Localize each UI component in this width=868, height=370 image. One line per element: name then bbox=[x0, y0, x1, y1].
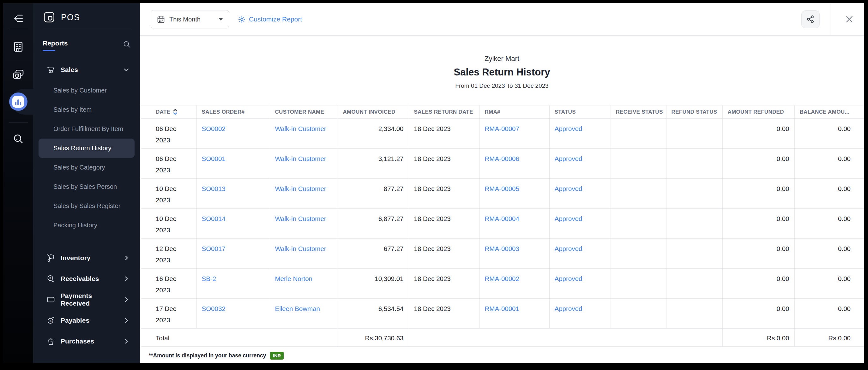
base-currency-note: **Amount is displayed in your base curre… bbox=[149, 352, 266, 359]
rma-link[interactable]: RMA-00004 bbox=[485, 215, 519, 222]
sidebar-section-label: Inventory bbox=[61, 254, 91, 262]
total-amount-refunded: Rs.0.00 bbox=[722, 329, 795, 347]
table-cell: RMA-00004 bbox=[479, 209, 549, 239]
sidebar-section-payments-received[interactable]: Payments Received bbox=[38, 289, 134, 310]
sidebar-menu: Sales Sales by Customer Sales by Item Or… bbox=[33, 63, 140, 363]
sales-order-link[interactable]: SO0017 bbox=[202, 245, 225, 252]
sales-order-link[interactable]: SO0001 bbox=[202, 155, 225, 162]
sidebar-group-label: Sales bbox=[61, 66, 78, 73]
sales-order-link[interactable]: SO0013 bbox=[202, 185, 225, 192]
status-text: Approved bbox=[549, 299, 611, 329]
sales-order-link[interactable]: SO0002 bbox=[202, 125, 225, 132]
customer-link[interactable]: Walk-in Customer bbox=[275, 125, 326, 132]
customer-link[interactable]: Walk-in Customer bbox=[275, 215, 326, 222]
cell-receive-status bbox=[611, 299, 666, 329]
report-table: DATE SALES ORDER# CUSTOMER NAME AMOUNT I… bbox=[141, 105, 864, 347]
sidebar-section-payables[interactable]: $ Payables bbox=[38, 310, 134, 331]
cell-date: 10 Dec 2023 bbox=[141, 209, 196, 239]
rma-link[interactable]: RMA-00003 bbox=[485, 245, 519, 252]
status-text: Approved bbox=[549, 269, 611, 299]
rma-link[interactable]: RMA-00005 bbox=[485, 185, 519, 192]
rma-link[interactable]: RMA-00002 bbox=[485, 275, 519, 282]
close-button[interactable] bbox=[842, 12, 856, 26]
rma-link[interactable]: RMA-00006 bbox=[485, 155, 519, 162]
table-cell: Walk-in Customer bbox=[270, 119, 338, 149]
chevron-right-icon bbox=[123, 296, 130, 303]
cell-sales-return-date: 18 Dec 2023 bbox=[409, 269, 479, 299]
sales-subitems: Sales by Customer Sales by Item Order Fu… bbox=[38, 81, 134, 235]
reports-icon[interactable] bbox=[9, 93, 28, 111]
rma-link[interactable]: RMA-00007 bbox=[485, 125, 519, 132]
cell-date: 16 Dec 2023 bbox=[141, 269, 196, 299]
sidebar-item-sales-by-sales-register[interactable]: Sales by Sales Register bbox=[38, 196, 134, 215]
sidebar-item-sales-by-category[interactable]: Sales by Category bbox=[38, 158, 134, 177]
chevron-right-icon bbox=[123, 275, 130, 282]
customize-report-link[interactable]: Customize Report bbox=[238, 15, 302, 23]
app-logo-row: POS bbox=[43, 11, 132, 30]
table-cell: Walk-in Customer bbox=[270, 179, 338, 209]
payments-icon[interactable] bbox=[10, 67, 26, 82]
table-row: 17 Dec 2023SO0032Eileen Bowman6,534.5418… bbox=[141, 299, 864, 329]
date-range-filter[interactable]: This Month bbox=[151, 10, 229, 28]
rail-divider bbox=[9, 30, 28, 30]
sidebar-item-packing-history[interactable]: Packing History bbox=[38, 215, 134, 235]
sidebar-section-label: Receivables bbox=[61, 275, 99, 282]
column-header-status: STATUS bbox=[549, 105, 611, 119]
sidebar-group-sales[interactable]: Sales bbox=[38, 63, 134, 77]
sidebar-section-receivables[interactable]: $ Receivables bbox=[38, 268, 134, 289]
topbar: This Month Customize Report bbox=[140, 3, 864, 36]
icon-rail bbox=[3, 3, 33, 363]
sales-order-link[interactable]: SO0032 bbox=[202, 305, 225, 312]
column-header-sales-order: SALES ORDER# bbox=[196, 105, 270, 119]
svg-text:$: $ bbox=[50, 319, 52, 323]
customize-report-label: Customize Report bbox=[249, 15, 302, 23]
app-title: POS bbox=[61, 13, 80, 23]
customer-link[interactable]: Merle Norton bbox=[275, 275, 313, 282]
company-icon[interactable] bbox=[10, 39, 26, 55]
nav-title: Reports bbox=[43, 39, 68, 51]
sidebar-item-sales-by-item[interactable]: Sales by Item bbox=[38, 100, 134, 119]
column-header-date[interactable]: DATE bbox=[141, 105, 196, 119]
status-text: Approved bbox=[549, 149, 611, 179]
customer-link[interactable]: Walk-in Customer bbox=[275, 245, 326, 252]
sales-order-link[interactable]: SB-2 bbox=[202, 275, 216, 282]
cell-date: 17 Dec 2023 bbox=[141, 299, 196, 329]
sidebar-item-order-fulfillment-by-item[interactable]: Order Fulfillment By Item bbox=[38, 119, 134, 139]
cell-amount-invoiced: 877.27 bbox=[338, 179, 409, 209]
sidebar-search-icon[interactable] bbox=[123, 40, 131, 48]
table-row: 06 Dec 2023SO0001Walk-in Customer3,121.2… bbox=[141, 149, 864, 179]
cell-refund-status bbox=[666, 149, 722, 179]
global-search-icon[interactable] bbox=[10, 132, 26, 146]
collapse-sidebar-icon[interactable] bbox=[10, 11, 26, 25]
table-row: 10 Dec 2023SO0014Walk-in Customer6,877.2… bbox=[141, 209, 864, 239]
sidebar-section-inventory[interactable]: Inventory bbox=[38, 247, 134, 268]
column-header-customer-name: CUSTOMER NAME bbox=[270, 105, 338, 119]
table-cell: SO0032 bbox=[196, 299, 270, 329]
sidebar-item-sales-by-sales-person[interactable]: Sales by Sales Person bbox=[38, 177, 134, 196]
customer-link[interactable]: Walk-in Customer bbox=[275, 185, 326, 192]
gear-icon bbox=[238, 15, 246, 23]
table-row: 16 Dec 2023SB-2Merle Norton10,309.0118 D… bbox=[141, 269, 864, 299]
share-button[interactable] bbox=[801, 10, 820, 28]
table-cell: RMA-00002 bbox=[479, 269, 549, 299]
sales-order-link[interactable]: SO0014 bbox=[202, 215, 225, 222]
sidebar-item-sales-by-customer[interactable]: Sales by Customer bbox=[38, 81, 134, 100]
total-row: Total Rs.30,730.63 Rs.0.00 Rs.0.00 bbox=[141, 329, 864, 347]
table-cell: Walk-in Customer bbox=[270, 239, 338, 269]
table-cell: SO0014 bbox=[196, 209, 270, 239]
currency-badge: INR bbox=[270, 352, 284, 360]
cell-amount-invoiced: 3,121.27 bbox=[338, 149, 409, 179]
cell-refund-status bbox=[666, 239, 722, 269]
cell-amount-invoiced: 6,877.27 bbox=[338, 209, 409, 239]
cell-balance-amount: 0.00 bbox=[795, 209, 864, 239]
column-header-rma: RMA# bbox=[479, 105, 549, 119]
cell-balance-amount: 0.00 bbox=[795, 149, 864, 179]
customer-link[interactable]: Walk-in Customer bbox=[275, 155, 326, 162]
status-text: Approved bbox=[549, 119, 611, 149]
report-footer: **Amount is displayed in your base curre… bbox=[149, 352, 864, 360]
sidebar-item-sales-return-history[interactable]: Sales Return History bbox=[38, 139, 134, 158]
sidebar-section-purchases[interactable]: Purchases bbox=[38, 331, 134, 352]
rma-link[interactable]: RMA-00001 bbox=[485, 305, 519, 312]
table-cell: SB-2 bbox=[196, 269, 270, 299]
customer-link[interactable]: Eileen Bowman bbox=[275, 305, 320, 312]
